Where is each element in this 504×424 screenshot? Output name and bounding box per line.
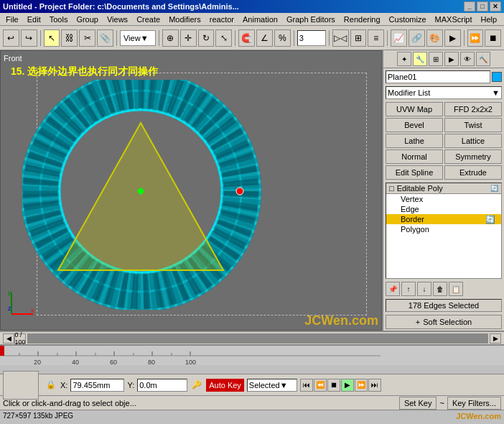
- modifier-list-dropdown[interactable]: Modifier List ▼: [386, 86, 502, 99]
- axis-indicator: x y z: [8, 289, 37, 319]
- toolbar-separator-5: [294, 30, 294, 46]
- rotate-button[interactable]: ↻: [198, 29, 215, 47]
- keyframe-input[interactable]: [297, 30, 326, 46]
- align-button[interactable]: ⊞: [350, 29, 367, 47]
- goto-end-button[interactable]: ⏭: [368, 379, 381, 392]
- layers-button[interactable]: ≡: [368, 29, 384, 47]
- close-button[interactable]: ✕: [490, 1, 501, 11]
- maximize-button[interactable]: □: [477, 1, 488, 11]
- timeline-left-arrow[interactable]: ◀: [3, 333, 14, 344]
- scale-button[interactable]: ⤡: [215, 29, 232, 47]
- menu-tools[interactable]: Tools: [45, 14, 73, 24]
- menu-help[interactable]: Help: [477, 14, 502, 24]
- selected-dropdown[interactable]: Selected ▼: [247, 379, 297, 392]
- viewport[interactable]: Front 15. 选择外边界也执行同才同操作: [0, 50, 382, 331]
- svg-marker-7: [58, 123, 223, 270]
- bind-button[interactable]: 📎: [97, 29, 113, 47]
- twist-button[interactable]: Twist: [444, 118, 502, 132]
- unlink-button[interactable]: ✂: [79, 29, 95, 47]
- stack-move-up-button[interactable]: ↑: [401, 282, 416, 296]
- menu-modifiers[interactable]: Modifiers: [164, 14, 205, 24]
- next-frame-button[interactable]: ⏩: [355, 379, 368, 392]
- lattice-button[interactable]: Lattice: [444, 134, 502, 148]
- svg-text:100: 100: [185, 359, 196, 365]
- stack-copy-button[interactable]: 📋: [449, 282, 463, 296]
- normal-button[interactable]: Normal: [386, 149, 443, 164]
- stack-item-polygon[interactable]: Polygon: [386, 224, 501, 234]
- schematic-button[interactable]: 🔗: [409, 29, 425, 47]
- redo-button[interactable]: ↪: [21, 29, 37, 47]
- timeline-numbers[interactable]: 20 40 60 80 100: [0, 345, 504, 365]
- undo-button[interactable]: ↩: [3, 29, 19, 47]
- angle-snap-button[interactable]: ∠: [256, 29, 273, 47]
- stack-item-vertex[interactable]: Vertex: [386, 194, 501, 204]
- play-button[interactable]: ⏩: [467, 29, 484, 47]
- menu-group[interactable]: Group: [72, 14, 103, 24]
- mini-preview: [3, 371, 39, 400]
- menu-views[interactable]: Views: [103, 14, 132, 24]
- extrude-button[interactable]: Extrude: [444, 165, 502, 180]
- menu-reactor[interactable]: reactor: [205, 14, 238, 24]
- create-button[interactable]: ⊕: [162, 29, 179, 47]
- utilities-mode-icon[interactable]: 🔨: [476, 52, 490, 66]
- ffd-button[interactable]: FFD 2x2x2: [444, 102, 502, 116]
- menu-edit[interactable]: Edit: [23, 14, 45, 24]
- menu-rendering[interactable]: Rendering: [340, 14, 385, 24]
- snap-button[interactable]: 🧲: [238, 29, 255, 47]
- stack-editable-poly[interactable]: □ Editable Poly 🔄: [386, 183, 501, 194]
- uvw-map-button[interactable]: UVW Map: [386, 102, 443, 116]
- key-filters-button[interactable]: Key Filters...: [447, 397, 501, 410]
- auto-key-button[interactable]: Auto Key: [206, 379, 244, 392]
- modify-mode-icon[interactable]: 🔧: [413, 52, 427, 66]
- key-icon[interactable]: 🔑: [190, 379, 203, 392]
- window-controls: _ □ ✕: [464, 1, 501, 11]
- symmetry-button[interactable]: Symmetry: [444, 149, 502, 164]
- create-mode-icon[interactable]: ✦: [397, 52, 411, 66]
- y-value-input[interactable]: [137, 379, 187, 392]
- display-mode-icon[interactable]: 👁: [460, 52, 475, 66]
- view-dropdown[interactable]: View ▼: [120, 30, 156, 46]
- lock-icon[interactable]: 🔒: [45, 379, 57, 392]
- object-color-swatch[interactable]: [492, 72, 502, 82]
- menu-maxscript[interactable]: MAXScript: [431, 14, 477, 24]
- move-button[interactable]: ✛: [180, 29, 197, 47]
- minimize-button[interactable]: _: [464, 1, 475, 11]
- x-value-input[interactable]: [70, 379, 124, 392]
- status-bar-2: Click or click-and-drag to select obje..…: [0, 395, 504, 410]
- motion-mode-icon[interactable]: ▶: [444, 52, 459, 66]
- hierarchy-mode-icon[interactable]: ⊞: [429, 52, 443, 66]
- timeline-track: ◀ 0 / 100 ▶: [0, 332, 504, 345]
- goto-start-button[interactable]: ⏮: [300, 379, 313, 392]
- stop-button[interactable]: ⏹: [327, 379, 340, 392]
- play-button[interactable]: ▶: [341, 379, 354, 392]
- edit-spline-button[interactable]: Edit Spline: [386, 165, 443, 180]
- menu-create[interactable]: Create: [132, 14, 164, 24]
- menu-graph-editors[interactable]: Graph Editors: [282, 14, 340, 24]
- stack-pin-button[interactable]: 📌: [386, 282, 400, 296]
- modifier-stack-list[interactable]: □ Editable Poly 🔄 Vertex Edge Border 🔄 P…: [386, 183, 502, 279]
- soft-selection-button[interactable]: + Soft Selection: [386, 315, 502, 329]
- lathe-button[interactable]: Lathe: [386, 134, 443, 148]
- object-name-input[interactable]: [386, 70, 490, 83]
- object-name-row: [386, 70, 502, 83]
- stack-item-border[interactable]: Border 🔄: [386, 214, 501, 224]
- stack-move-down-button[interactable]: ↓: [417, 282, 431, 296]
- stop-button[interactable]: ⏹: [485, 29, 501, 47]
- percent-snap-button[interactable]: %: [274, 29, 291, 47]
- timeline-scrollbar[interactable]: [27, 333, 488, 344]
- menu-customize[interactable]: Customize: [385, 14, 431, 24]
- set-key-button[interactable]: Set Key: [399, 397, 437, 410]
- render-button[interactable]: ▶: [444, 29, 461, 47]
- stack-item-edge[interactable]: Edge: [386, 204, 501, 214]
- bevel-button[interactable]: Bevel: [386, 118, 443, 132]
- select-button[interactable]: ↖: [44, 29, 60, 47]
- curve-editor-button[interactable]: 📈: [391, 29, 407, 47]
- stack-delete-button[interactable]: 🗑: [433, 282, 447, 296]
- menu-animation[interactable]: Animation: [238, 14, 282, 24]
- timeline-right-arrow[interactable]: ▶: [490, 333, 501, 344]
- prev-frame-button[interactable]: ⏪: [314, 379, 327, 392]
- material-editor-button[interactable]: 🎨: [426, 29, 443, 47]
- menu-file[interactable]: File: [1, 14, 23, 24]
- link-button[interactable]: ⛓: [61, 29, 78, 47]
- mirror-button[interactable]: ▷◁: [332, 29, 349, 47]
